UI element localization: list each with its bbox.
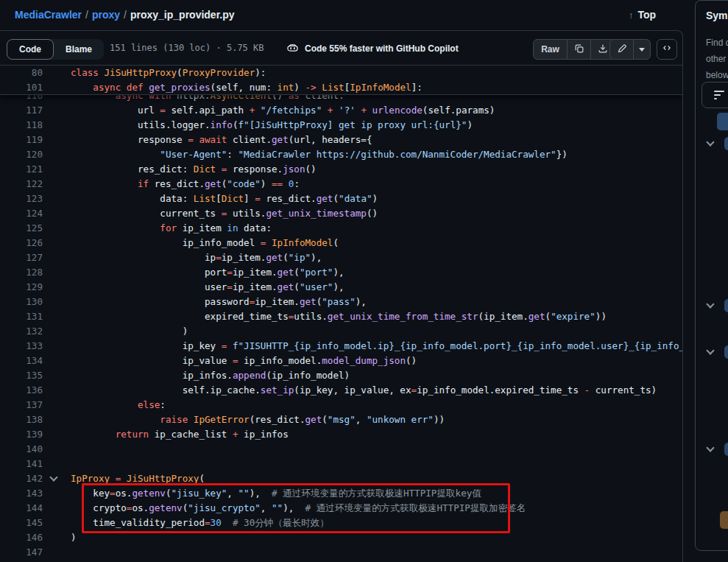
raw-button[interactable]: Raw xyxy=(534,40,567,59)
line-number[interactable]: 119 xyxy=(0,133,43,147)
code-text: utils.logger.info(f"[JiSuHttpProxy] get … xyxy=(71,118,473,133)
symbol-collapse-chevron-icon[interactable] xyxy=(706,443,714,452)
line-number[interactable]: 137 xyxy=(0,398,43,412)
symbol-item-chip[interactable] xyxy=(724,299,728,312)
code-text: ) xyxy=(71,530,77,545)
symbol-item-chip[interactable] xyxy=(720,511,728,529)
back-to-top-button[interactable]: ↑Top xyxy=(629,9,656,21)
symbol-collapse-chevron-icon[interactable] xyxy=(706,346,714,354)
code-text: ip_value = ip_info_model.model_dump_json… xyxy=(71,354,417,368)
breadcrumb-filename: proxy_ip_provider.py xyxy=(130,9,235,21)
line-number[interactable]: 120 xyxy=(0,147,43,162)
line-number[interactable]: 146 xyxy=(0,530,43,545)
line-number[interactable]: 135 xyxy=(0,368,43,383)
line-number[interactable]: 128 xyxy=(0,265,43,280)
edit-options-dropdown[interactable] xyxy=(633,40,650,59)
symbol-collapse-chevron-icon[interactable] xyxy=(706,138,714,146)
symbols-panel-title: Symbols xyxy=(706,10,728,21)
code-text: port=ip_item.get("port"), xyxy=(71,265,344,280)
code-text: async def get_proxies(self, num: int) ->… xyxy=(71,80,423,95)
line-number[interactable]: 145 xyxy=(0,516,43,530)
sticky-scope-header: 80class JiSuHttpProxy(ProxyProvider):101… xyxy=(0,66,682,95)
code-line: 121 res_dict: Dict = response.json() xyxy=(0,162,682,177)
collapse-chevron-icon[interactable] xyxy=(49,473,57,481)
tab-blame[interactable]: Blame xyxy=(54,39,104,60)
line-number[interactable]: 125 xyxy=(0,221,43,236)
code-text: class JiSuHttpProxy(ProxyProvider): xyxy=(71,66,266,80)
code-line: 126 ip_info_model = IpInfoModel( xyxy=(0,236,682,250)
symbols-panel-description: Find definitions and references for func… xyxy=(706,35,728,83)
code-text: for ip_item in data: xyxy=(71,221,272,236)
line-number[interactable]: 141 xyxy=(0,457,43,471)
copilot-banner[interactable]: Code 55% faster with GitHub Copilot xyxy=(286,42,459,55)
chevron-down-icon xyxy=(639,48,645,52)
raw-copy-download-group: Raw xyxy=(533,39,615,60)
code-line: 127 ip=ip_item.get("ip"), xyxy=(0,250,682,265)
line-number[interactable]: 142 xyxy=(0,471,43,486)
code-text: ip_info_model = IpInfoModel( xyxy=(71,236,339,250)
file-container: Code Blame 151 lines (130 loc) · 5.75 KB… xyxy=(0,30,683,562)
line-number[interactable]: 139 xyxy=(0,427,43,442)
line-number[interactable]: 131 xyxy=(0,309,43,324)
code-line: 132 ) xyxy=(0,324,682,339)
code-text: if res_dict.get("code") == 0: xyxy=(71,177,300,192)
line-number[interactable]: 121 xyxy=(0,162,43,177)
code-line: 120 "User-Agent": "MediaCrawler https://… xyxy=(0,147,682,162)
line-number[interactable]: 132 xyxy=(0,324,43,339)
line-number[interactable]: 133 xyxy=(0,339,43,354)
symbol-item-chip[interactable] xyxy=(724,137,728,150)
line-number[interactable]: 117 xyxy=(0,103,43,118)
copy-raw-button[interactable] xyxy=(567,40,590,59)
tab-code[interactable]: Code xyxy=(7,39,54,60)
line-number[interactable]: 127 xyxy=(0,250,43,265)
symbols-panel-toggle-button[interactable] xyxy=(657,39,677,60)
code-text: url = self.api_path + "/fetchips" + '?' … xyxy=(71,103,495,118)
symbols-filter-button[interactable] xyxy=(702,82,728,108)
code-line: 80class JiSuHttpProxy(ProxyProvider): xyxy=(0,66,682,80)
code-line: 147 xyxy=(0,545,682,560)
code-text: user=ip_item.get("user"), xyxy=(71,280,344,295)
code-line: 119 response = await client.get(url, hea… xyxy=(0,133,682,147)
edit-group xyxy=(609,39,651,60)
code-text: raise IpGetError(res_dict.get("msg", "un… xyxy=(71,412,445,427)
line-number[interactable]: 144 xyxy=(0,501,43,516)
code-text: current_ts = utils.get_unix_timestamp() xyxy=(71,206,378,221)
line-number[interactable]: 126 xyxy=(0,236,43,250)
code-text: res_dict: Dict = response.json() xyxy=(71,162,317,177)
file-toolbar: Code Blame 151 lines (130 loc) · 5.75 KB… xyxy=(0,31,682,66)
line-number[interactable]: 134 xyxy=(0,354,43,368)
symbol-collapse-chevron-icon[interactable] xyxy=(706,300,714,308)
line-number[interactable]: 147 xyxy=(0,545,43,560)
line-number[interactable]: 130 xyxy=(0,295,43,309)
line-number[interactable]: 118 xyxy=(0,118,43,133)
arrow-up-icon: ↑ xyxy=(629,10,634,21)
line-number[interactable]: 129 xyxy=(0,280,43,295)
breadcrumb-bar: MediaCrawler/proxy/proxy_ip_provider.py … xyxy=(0,0,683,30)
code-text: "User-Agent": "MediaCrawler https://gith… xyxy=(71,147,568,162)
code-panel: 116 async with httpx.AsyncClient() as cl… xyxy=(0,66,682,562)
symbol-item-chip[interactable] xyxy=(717,113,728,130)
line-number[interactable]: 122 xyxy=(0,177,43,192)
line-number[interactable]: 140 xyxy=(0,442,43,457)
line-number[interactable]: 124 xyxy=(0,206,43,221)
code-line: 138 raise IpGetError(res_dict.get("msg",… xyxy=(0,412,682,427)
line-number[interactable]: 80 xyxy=(0,66,43,80)
code-text: expired_time_ts=utils.get_unix_time_from… xyxy=(71,309,607,324)
code-line: 137 else: xyxy=(0,398,682,412)
code-text: else: xyxy=(71,398,166,412)
breadcrumb-repo-link[interactable]: MediaCrawler xyxy=(15,9,82,21)
breadcrumb-folder-link[interactable]: proxy xyxy=(92,9,120,21)
code-line: 125 for ip_item in data: xyxy=(0,221,682,236)
symbol-item-chip[interactable] xyxy=(724,345,728,359)
line-number[interactable]: 123 xyxy=(0,192,43,206)
code-text: ip_key = f"JISUHTTP_{ip_info_model.ip}_{… xyxy=(71,339,682,354)
code-line: 128 port=ip_item.get("port"), xyxy=(0,265,682,280)
line-number[interactable]: 101 xyxy=(0,80,43,95)
line-number[interactable]: 138 xyxy=(0,412,43,427)
download-icon xyxy=(598,43,608,56)
symbol-item-chip[interactable] xyxy=(724,443,728,456)
edit-file-button[interactable] xyxy=(610,40,633,59)
line-number[interactable]: 136 xyxy=(0,383,43,398)
line-number[interactable]: 143 xyxy=(0,486,43,501)
copilot-icon xyxy=(286,42,299,55)
